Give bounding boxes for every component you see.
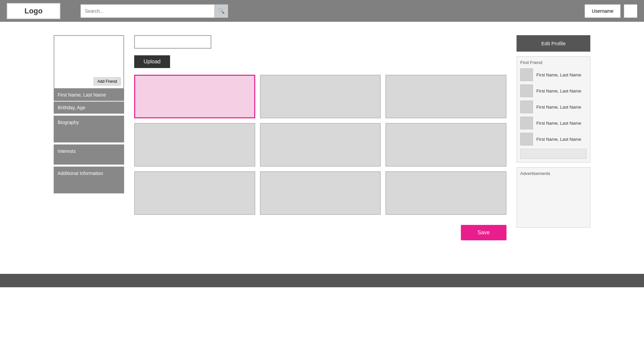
find-friend-title: Find Friend [520, 60, 587, 65]
friend-item-4: First Name, Last Name [520, 133, 587, 145]
username-label: Username [592, 8, 613, 14]
save-button[interactable]: Save [461, 225, 506, 240]
birthday-text: Brithday, Age [58, 105, 85, 110]
interests-label: Interests [58, 148, 76, 154]
photo-cell-7[interactable] [134, 171, 255, 215]
additional-section: Additional Information [54, 167, 124, 193]
friend-item-3: First Name, Last Name [520, 117, 587, 129]
find-friend-box: Find Friend First Name, Last Name First … [517, 56, 590, 163]
header-right: Username [585, 4, 637, 18]
right-sidebar: Edit Profile Find Friend First Name, Las… [517, 35, 590, 228]
friend-avatar-2[interactable] [520, 101, 533, 113]
friend-name-1: First Name, Last Name [536, 88, 581, 94]
photo-cell-8[interactable] [260, 171, 381, 215]
add-friend-button[interactable]: Add Friend [94, 77, 121, 85]
friend-item-2: First Name, Last Name [520, 101, 587, 113]
logo-text: Logo [24, 7, 43, 15]
friend-item-0: First Name, Last Name [520, 68, 587, 81]
logo: Logo [7, 3, 60, 19]
friend-name-4: First Name, Last Name [536, 137, 581, 142]
profile-photo: Add Friend [54, 35, 124, 89]
center-content: Upload Save [134, 35, 506, 240]
save-label: Save [478, 230, 490, 235]
friend-name-3: First Name, Last Name [536, 121, 581, 126]
username-button[interactable]: Username [585, 4, 621, 18]
biography-label: Biography [58, 120, 79, 125]
photo-cell-3[interactable] [385, 75, 506, 118]
additional-label: Additional Information [58, 171, 103, 176]
search-wrapper: 🔍 [80, 4, 228, 18]
header-avatar[interactable] [624, 4, 637, 18]
upload-button[interactable]: Upload [134, 55, 170, 68]
save-row: Save [134, 225, 506, 240]
search-button[interactable]: 🔍 [215, 4, 228, 18]
friend-avatar-4[interactable] [520, 133, 533, 145]
biography-section: Biography [54, 116, 124, 142]
find-friend-label-text: Find Friend [520, 60, 542, 65]
edit-profile-label: Edit Profile [541, 41, 566, 46]
profile-name-text: First Name, Last Name [58, 92, 106, 98]
upload-label: Upload [144, 59, 161, 64]
left-sidebar: Add Friend First Name, Last Name Brithda… [54, 35, 124, 193]
header: Logo 🔍 Username [0, 0, 644, 22]
search-input[interactable] [80, 4, 215, 18]
photo-cell-9[interactable] [385, 171, 506, 215]
photo-cell-1[interactable] [134, 75, 255, 118]
interests-section: Interests [54, 144, 124, 165]
advertisements-box: Advertisements [517, 167, 590, 228]
photo-cell-6[interactable] [385, 123, 506, 167]
ads-title: Advertisements [520, 171, 587, 176]
search-icon: 🔍 [218, 8, 225, 14]
friend-name-0: First Name, Last Name [536, 72, 581, 77]
profile-name-input[interactable] [134, 35, 211, 49]
photo-grid [134, 75, 506, 215]
friend-avatar-1[interactable] [520, 84, 533, 97]
profile-name: First Name, Last Name [54, 89, 124, 101]
photo-cell-5[interactable] [260, 123, 381, 167]
photo-cell-2[interactable] [260, 75, 381, 118]
ads-label-text: Advertisements [520, 171, 550, 176]
profile-birthday: Brithday, Age [54, 102, 124, 114]
friend-avatar-0[interactable] [520, 68, 533, 81]
friend-name-2: First Name, Last Name [536, 105, 581, 110]
friend-avatar-3[interactable] [520, 117, 533, 129]
add-friend-label: Add Friend [97, 79, 117, 84]
find-friend-input[interactable] [520, 149, 587, 159]
main-content: Add Friend First Name, Last Name Brithda… [0, 22, 644, 254]
edit-profile-button[interactable]: Edit Profile [517, 35, 590, 52]
photo-cell-4[interactable] [134, 123, 255, 167]
friend-item-1: First Name, Last Name [520, 84, 587, 97]
footer [0, 274, 644, 287]
